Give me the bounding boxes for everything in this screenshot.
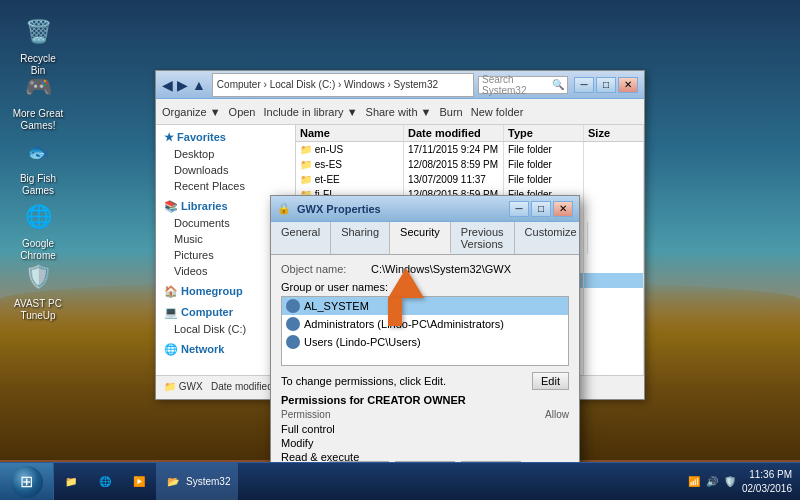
taskbar-media[interactable]: ▶️ bbox=[122, 463, 156, 501]
games-label: More Great Games! bbox=[12, 108, 64, 132]
up-btn[interactable]: ▲ bbox=[192, 77, 206, 93]
explorer-titlebar: ◀ ▶ ▲ Computer › Local Disk (C:) › Windo… bbox=[156, 71, 644, 99]
close-btn[interactable]: ✕ bbox=[618, 77, 638, 93]
taskbar-ie-icon: 🌐 bbox=[96, 473, 114, 491]
minimize-btn[interactable]: ─ bbox=[574, 77, 594, 93]
windows-logo-icon: ⊞ bbox=[20, 472, 33, 491]
allow-header: Allow bbox=[545, 409, 569, 420]
dialog-icon: 🔒 bbox=[277, 202, 291, 215]
include-library-btn[interactable]: Include in library ▼ bbox=[264, 106, 358, 118]
dialog-title: GWX Properties bbox=[297, 203, 509, 215]
sidebar-downloads[interactable]: Downloads bbox=[160, 162, 291, 178]
gwx-properties-dialog: 🔒 GWX Properties ─ □ ✕ General Sharing S… bbox=[270, 195, 580, 490]
group-label: Group or user names: bbox=[281, 281, 569, 293]
sidebar-desktop[interactable]: Desktop bbox=[160, 146, 291, 162]
edit-button[interactable]: Edit bbox=[532, 372, 569, 390]
taskbar-explorer-open[interactable]: 📂 System32 bbox=[156, 463, 238, 501]
object-name-row: Object name: C:\Windows\System32\GWX bbox=[281, 263, 569, 275]
table-row[interactable]: 📁 et-EE13/07/2009 11:37File folder bbox=[296, 172, 644, 187]
table-row[interactable]: 📁 en-US17/11/2015 9:24 PMFile folder bbox=[296, 142, 644, 157]
dialog-controls: ─ □ ✕ bbox=[509, 201, 573, 217]
back-btn[interactable]: ◀ bbox=[162, 77, 173, 93]
taskbar-media-icon: ▶️ bbox=[130, 473, 148, 491]
window-controls: ─ □ ✕ bbox=[574, 77, 638, 93]
dialog-maximize-btn[interactable]: □ bbox=[531, 201, 551, 217]
desktop: 🗑️ Recycle Bin 🎮 More Great Games! 🐟 Big… bbox=[0, 0, 800, 500]
perm-full-control: Full control bbox=[281, 422, 569, 436]
permissions-label: Permissions for CREATOR OWNER bbox=[281, 394, 569, 406]
sidebar-recent[interactable]: Recent Places bbox=[160, 178, 291, 194]
desktop-icon-avast[interactable]: 🛡️ AVAST PC TuneUp bbox=[8, 255, 68, 326]
tab-general[interactable]: General bbox=[271, 222, 331, 254]
burn-btn[interactable]: Burn bbox=[439, 106, 462, 118]
recycle-bin-icon: 🗑️ bbox=[20, 14, 56, 50]
organize-btn[interactable]: Organize ▼ bbox=[162, 106, 221, 118]
user-item-system[interactable]: AL_SYSTEM bbox=[282, 297, 568, 315]
avast-icon: 🛡️ bbox=[20, 259, 56, 295]
col-size[interactable]: Size bbox=[584, 125, 644, 141]
clock-date: 02/03/2016 bbox=[742, 482, 792, 496]
favorites-group: ★ Favorites Desktop Downloads Recent Pla… bbox=[160, 129, 291, 194]
dialog-tabs: General Sharing Security Previous Versio… bbox=[271, 222, 579, 255]
tab-sharing[interactable]: Sharing bbox=[331, 222, 390, 254]
object-name-value: C:\Windows\System32\GWX bbox=[371, 263, 569, 275]
tab-previous-versions[interactable]: Previous Versions bbox=[451, 222, 515, 254]
dialog-titlebar: 🔒 GWX Properties ─ □ ✕ bbox=[271, 196, 579, 222]
tab-customize[interactable]: Customize bbox=[515, 222, 588, 254]
edit-section: To change permissions, click Edit. Edit bbox=[281, 372, 569, 390]
user-icon-system bbox=[286, 299, 300, 313]
perm-modify: Modify bbox=[281, 436, 569, 450]
user-item-admins[interactable]: Administrators (Lindo-PC\Administrators) bbox=[282, 315, 568, 333]
start-orb: ⊞ bbox=[11, 466, 43, 498]
object-name-label: Object name: bbox=[281, 263, 371, 275]
change-perm-label: To change permissions, click Edit. bbox=[281, 375, 446, 387]
address-bar[interactable]: Computer › Local Disk (C:) › Windows › S… bbox=[212, 73, 474, 97]
user-label-users: Users (Lindo-PC\Users) bbox=[304, 336, 421, 348]
favorites-header[interactable]: ★ Favorites bbox=[160, 129, 291, 146]
forward-btn[interactable]: ▶ bbox=[177, 77, 188, 93]
tray-icon-volume: 🔊 bbox=[706, 476, 718, 487]
user-label-system: AL_SYSTEM bbox=[304, 300, 369, 312]
avast-label: AVAST PC TuneUp bbox=[12, 298, 64, 322]
taskbar-open-icon: 📂 bbox=[164, 473, 182, 491]
chrome-icon: 🌐 bbox=[20, 199, 56, 235]
taskbar-open-label: System32 bbox=[186, 476, 230, 487]
desktop-icon-games[interactable]: 🎮 More Great Games! bbox=[8, 65, 68, 136]
files-header: Name Date modified Type Size bbox=[296, 125, 644, 142]
taskbar-explorer[interactable]: 📁 bbox=[54, 463, 88, 501]
explorer-toolbar: Organize ▼ Open Include in library ▼ Sha… bbox=[156, 99, 644, 125]
clock-time: 11:36 PM bbox=[742, 468, 792, 482]
col-date[interactable]: Date modified bbox=[404, 125, 504, 141]
permissions-header: Permission Allow bbox=[281, 409, 569, 420]
dialog-minimize-btn[interactable]: ─ bbox=[509, 201, 529, 217]
search-icon: 🔍 bbox=[552, 79, 564, 90]
user-icon-users bbox=[286, 335, 300, 349]
bigfish-icon: 🐟 bbox=[20, 134, 56, 170]
tray-icon-network: 📶 bbox=[688, 476, 700, 487]
bigfish-label: Big Fish Games bbox=[12, 173, 64, 197]
start-button[interactable]: ⊞ bbox=[0, 463, 54, 501]
users-list: AL_SYSTEM Administrators (Lindo-PC\Admin… bbox=[281, 296, 569, 366]
system-tray: 📶 🔊 🛡️ 11:36 PM 02/03/2016 bbox=[680, 468, 800, 496]
user-item-users[interactable]: Users (Lindo-PC\Users) bbox=[282, 333, 568, 351]
taskbar-explorer-icon: 📁 bbox=[62, 473, 80, 491]
games-icon: 🎮 bbox=[20, 69, 56, 105]
address-path: Computer › Local Disk (C:) › Windows › S… bbox=[217, 79, 438, 90]
taskbar: ⊞ 📁 🌐 ▶️ 📂 System32 📶 🔊 🛡️ 11:36 PM 02/0… bbox=[0, 462, 800, 500]
col-type[interactable]: Type bbox=[504, 125, 584, 141]
dialog-close-btn[interactable]: ✕ bbox=[553, 201, 573, 217]
desktop-icon-bigfish[interactable]: 🐟 Big Fish Games bbox=[8, 130, 68, 201]
search-bar[interactable]: Search System32 🔍 bbox=[478, 76, 568, 94]
maximize-btn[interactable]: □ bbox=[596, 77, 616, 93]
new-folder-btn[interactable]: New folder bbox=[471, 106, 524, 118]
tab-security[interactable]: Security bbox=[390, 222, 451, 254]
open-btn[interactable]: Open bbox=[229, 106, 256, 118]
taskbar-ie[interactable]: 🌐 bbox=[88, 463, 122, 501]
tray-icon-avast: 🛡️ bbox=[724, 476, 736, 487]
user-icon-admins bbox=[286, 317, 300, 331]
table-row[interactable]: 📁 es-ES12/08/2015 8:59 PMFile folder bbox=[296, 157, 644, 172]
clock[interactable]: 11:36 PM 02/03/2016 bbox=[742, 468, 792, 496]
user-label-admins: Administrators (Lindo-PC\Administrators) bbox=[304, 318, 504, 330]
share-with-btn[interactable]: Share with ▼ bbox=[366, 106, 432, 118]
col-name[interactable]: Name bbox=[296, 125, 404, 141]
